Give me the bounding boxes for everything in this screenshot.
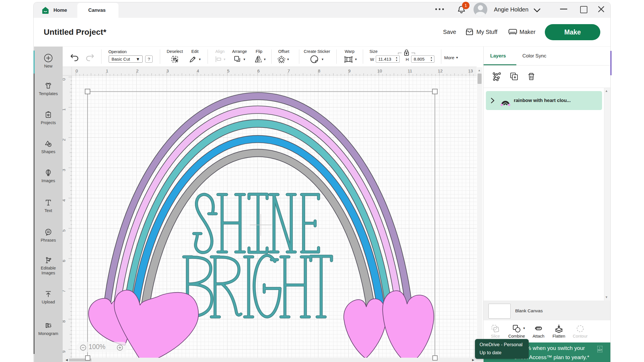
svg-text:2: 2 — [136, 68, 139, 73]
svg-text:13: 13 — [468, 68, 473, 73]
svg-text:5: 5 — [63, 230, 66, 232]
svg-text:9: 9 — [348, 68, 350, 73]
svg-text:3: 3 — [63, 169, 66, 171]
svg-text:3: 3 — [166, 68, 169, 73]
svg-text:0: 0 — [76, 68, 78, 73]
svg-text:1: 1 — [63, 108, 66, 111]
svg-text:6: 6 — [63, 260, 66, 262]
svg-text:6: 6 — [257, 68, 260, 73]
svg-text:4: 4 — [63, 199, 66, 201]
svg-text:8: 8 — [63, 320, 66, 323]
svg-text:8: 8 — [318, 68, 320, 73]
svg-text:7: 7 — [63, 290, 66, 292]
svg-text:11: 11 — [408, 68, 412, 73]
svg-text:1: 1 — [106, 68, 108, 73]
svg-text:5: 5 — [227, 68, 229, 73]
svg-text:7: 7 — [288, 68, 290, 73]
svg-text:2: 2 — [63, 139, 66, 141]
svg-text:9: 9 — [63, 351, 66, 353]
svg-text:0: 0 — [63, 78, 66, 80]
svg-text:4: 4 — [197, 68, 199, 73]
svg-text:12: 12 — [438, 68, 443, 73]
svg-text:10: 10 — [377, 68, 382, 73]
